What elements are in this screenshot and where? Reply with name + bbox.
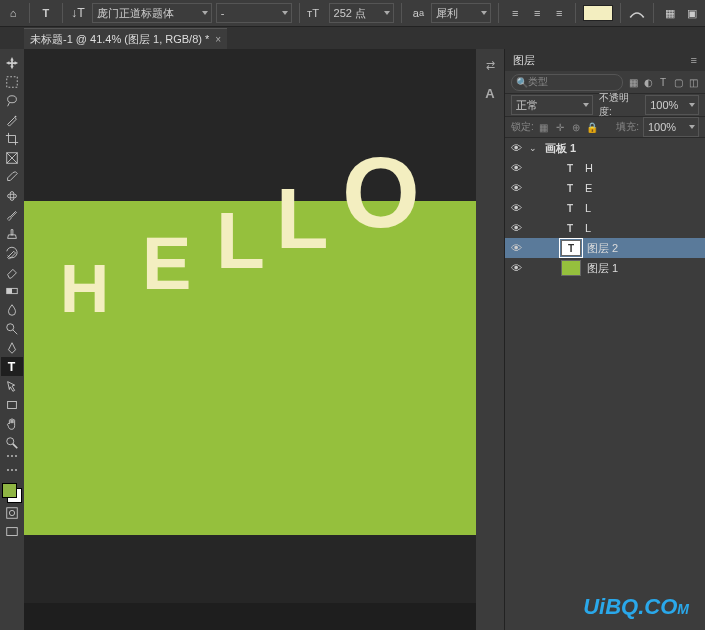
visibility-icon[interactable]: 👁 bbox=[509, 161, 523, 175]
font-size-icon: тT bbox=[307, 4, 325, 22]
brush-tool-icon[interactable] bbox=[1, 205, 23, 224]
toolbox: T ⋯ ⋯ bbox=[0, 49, 24, 630]
layer-type-e[interactable]: 👁 T E bbox=[505, 178, 705, 198]
filter-pixel-icon[interactable]: ▦ bbox=[627, 76, 639, 88]
filter-adjust-icon[interactable]: ◐ bbox=[642, 76, 654, 88]
align-left-icon[interactable]: ≡ bbox=[506, 4, 524, 22]
type-thumb-icon: T bbox=[561, 221, 579, 235]
lock-label: 锁定: bbox=[511, 120, 534, 134]
visibility-icon[interactable]: 👁 bbox=[509, 261, 523, 275]
text-color-swatch[interactable] bbox=[583, 5, 613, 21]
layer-artboard[interactable]: 👁 ⌄ 画板 1 bbox=[505, 138, 705, 158]
magic-wand-tool-icon[interactable] bbox=[1, 110, 23, 129]
hand-tool-icon[interactable] bbox=[1, 414, 23, 433]
layer-lock-row: 锁定: ▦ ✛ ⊕ 🔒 填充: 100% bbox=[505, 117, 705, 138]
lock-pixels-icon[interactable]: ▦ bbox=[538, 121, 550, 133]
opacity-value: 100% bbox=[650, 99, 678, 111]
blend-mode-select[interactable]: 正常 bbox=[511, 95, 593, 115]
pen-tool-icon[interactable] bbox=[1, 338, 23, 357]
eyedropper-tool-icon[interactable] bbox=[1, 167, 23, 186]
panel-menu-icon[interactable]: ≡ bbox=[691, 54, 697, 66]
screenmode-icon[interactable] bbox=[1, 522, 23, 541]
svg-point-19 bbox=[9, 510, 14, 515]
move-tool-icon[interactable] bbox=[1, 53, 23, 72]
paragraph-panel-icon[interactable]: A bbox=[479, 83, 501, 103]
text-orientation-icon[interactable]: ↓T bbox=[70, 4, 88, 22]
svg-point-16 bbox=[7, 437, 14, 444]
antialias-label-icon: aa bbox=[409, 4, 427, 22]
font-style-value: - bbox=[221, 7, 225, 19]
font-style-select[interactable]: - bbox=[216, 3, 292, 23]
visibility-icon[interactable]: 👁 bbox=[509, 201, 523, 215]
filter-shape-icon[interactable]: ▢ bbox=[672, 76, 684, 88]
type-thumb-icon: T bbox=[561, 181, 579, 195]
history-brush-tool-icon[interactable] bbox=[1, 243, 23, 262]
marquee-tool-icon[interactable] bbox=[1, 72, 23, 91]
fill-select[interactable]: 100% bbox=[643, 117, 699, 137]
dodge-tool-icon[interactable] bbox=[1, 319, 23, 338]
type-tool-icon[interactable]: T bbox=[1, 357, 23, 376]
document-tab-bar: 未标题-1 @ 41.4% (图层 1, RGB/8) * × bbox=[0, 27, 705, 49]
warp-text-icon[interactable] bbox=[628, 4, 646, 22]
3d-icon[interactable]: ▣ bbox=[683, 4, 701, 22]
tool-preset-type-icon[interactable]: T bbox=[37, 4, 55, 22]
layer-blend-row: 正常 不透明度: 100% bbox=[505, 94, 705, 117]
collapsed-panel-strip: ⇄ A bbox=[476, 49, 504, 630]
svg-rect-2 bbox=[7, 76, 18, 87]
filter-smart-icon[interactable]: ◫ bbox=[687, 76, 699, 88]
layer-image[interactable]: 👁 图层 1 bbox=[505, 258, 705, 278]
color-swatches[interactable] bbox=[2, 483, 22, 503]
expand-panels-icon[interactable]: ⇄ bbox=[479, 55, 501, 75]
layer-filter-search[interactable]: 🔍 类型 bbox=[511, 74, 623, 91]
filter-type-icon[interactable]: T bbox=[657, 76, 669, 88]
layer-type-h[interactable]: 👁 T H bbox=[505, 158, 705, 178]
gradient-tool-icon[interactable] bbox=[1, 281, 23, 300]
layer-type-l2[interactable]: 👁 T L bbox=[505, 218, 705, 238]
canvas-letter-o[interactable]: O bbox=[342, 135, 420, 250]
visibility-icon[interactable]: 👁 bbox=[509, 141, 523, 155]
fill-label: 填充: bbox=[616, 120, 639, 134]
antialias-select[interactable]: 犀利 bbox=[431, 3, 491, 23]
type-thumb-icon: T bbox=[561, 240, 581, 256]
eraser-tool-icon[interactable] bbox=[1, 262, 23, 281]
font-size-select[interactable]: 252 点 bbox=[329, 3, 395, 23]
opacity-select[interactable]: 100% bbox=[645, 95, 699, 115]
crop-tool-icon[interactable] bbox=[1, 129, 23, 148]
antialias-value: 犀利 bbox=[436, 6, 458, 21]
edit-toolbar-icon[interactable]: ⋯ bbox=[1, 460, 23, 479]
visibility-icon[interactable]: 👁 bbox=[509, 181, 523, 195]
twirl-icon[interactable]: ⌄ bbox=[529, 143, 539, 153]
character-panel-icon[interactable]: ▦ bbox=[661, 4, 679, 22]
lasso-tool-icon[interactable] bbox=[1, 91, 23, 110]
clone-stamp-tool-icon[interactable] bbox=[1, 224, 23, 243]
blur-tool-icon[interactable] bbox=[1, 300, 23, 319]
layer-type-selected[interactable]: 👁 T 图层 2 bbox=[505, 238, 705, 258]
canvas-letter-e[interactable]: E bbox=[142, 221, 191, 306]
quickmask-icon[interactable] bbox=[1, 503, 23, 522]
layer-name: 图层 1 bbox=[587, 261, 701, 276]
lock-position-icon[interactable]: ✛ bbox=[554, 121, 566, 133]
svg-text:тT: тT bbox=[307, 7, 319, 19]
document-tab[interactable]: 未标题-1 @ 41.4% (图层 1, RGB/8) * × bbox=[24, 28, 227, 49]
canvas-letter-l1[interactable]: L bbox=[216, 195, 265, 287]
align-center-icon[interactable]: ≡ bbox=[528, 4, 546, 22]
canvas-area[interactable]: H E L L O bbox=[24, 49, 476, 630]
visibility-icon[interactable]: 👁 bbox=[509, 221, 523, 235]
font-family-select[interactable]: 庞门正道标题体 bbox=[92, 3, 212, 23]
watermark: UiBQ.COM bbox=[583, 594, 689, 620]
healing-tool-icon[interactable] bbox=[1, 186, 23, 205]
rectangle-tool-icon[interactable] bbox=[1, 395, 23, 414]
canvas-letter-h[interactable]: H bbox=[60, 249, 109, 327]
home-icon[interactable]: ⌂ bbox=[4, 4, 22, 22]
close-icon[interactable]: × bbox=[215, 34, 221, 45]
lock-artboard-icon[interactable]: ⊕ bbox=[570, 121, 582, 133]
canvas-letter-l2[interactable]: L bbox=[276, 169, 329, 268]
visibility-icon[interactable]: 👁 bbox=[509, 241, 523, 255]
path-select-tool-icon[interactable] bbox=[1, 376, 23, 395]
lock-all-icon[interactable]: 🔒 bbox=[586, 121, 598, 133]
layer-type-l1[interactable]: 👁 T L bbox=[505, 198, 705, 218]
foreground-color-swatch[interactable] bbox=[2, 483, 17, 498]
align-right-icon[interactable]: ≡ bbox=[550, 4, 568, 22]
frame-tool-icon[interactable] bbox=[1, 148, 23, 167]
layers-panel-tab[interactable]: 图层 ≡ bbox=[505, 49, 705, 71]
